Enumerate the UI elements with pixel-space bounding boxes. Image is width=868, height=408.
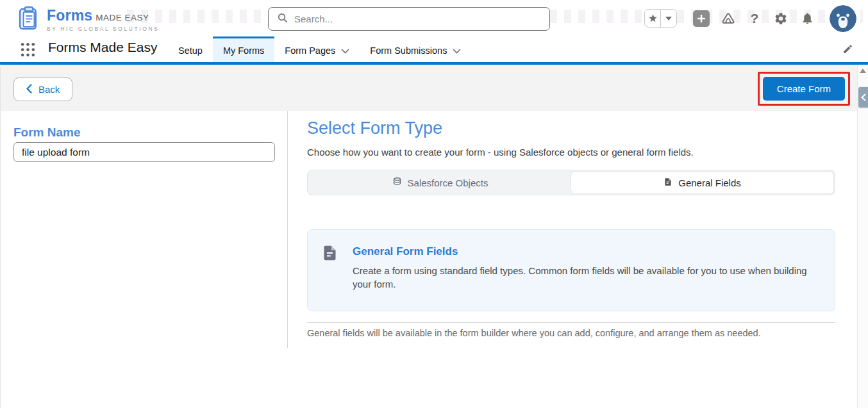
create-form-highlight-box: Create Form [758,72,850,106]
tab-my-forms-label: My Forms [223,45,264,56]
segment-salesforce-objects-label: Salesforce Objects [408,177,488,188]
general-form-fields-card[interactable]: General Form Fields Create a form using … [307,229,835,311]
page-title: Select Form Type [307,118,442,138]
search-input[interactable] [294,13,525,24]
tab-setup-label: Setup [178,45,203,56]
global-header: Forms MADE EASY BY HIC GLOBAL SOLUTIONS [0,0,868,37]
tab-form-pages-label: Form Pages [285,45,335,56]
utility-bar: ? [644,0,856,37]
scrollbar-up-arrow-icon[interactable] [860,69,866,73]
back-button-label: Back [38,84,60,95]
document-icon [321,243,338,265]
clipboard-logo-icon [17,5,41,33]
document-icon [664,177,672,189]
select-form-type-section: Select Form Type Choose how you want to … [307,111,835,408]
vertical-scrollbar[interactable] [857,65,868,408]
segment-salesforce-objects[interactable]: Salesforce Objects [309,172,571,193]
search-icon [278,13,288,26]
footer-divider [307,322,835,323]
form-name-input[interactable] [13,142,275,162]
create-form-button[interactable]: Create Form [763,77,845,101]
segment-general-fields[interactable]: General Fields [571,172,833,193]
tab-setup[interactable]: Setup [168,37,213,62]
chevron-down-icon [453,45,461,56]
notifications-bell-icon[interactable] [799,11,815,26]
guidance-center-icon[interactable] [721,11,736,26]
app-launcher-icon[interactable] [20,42,36,60]
nav-tabs: Setup My Forms Form Pages Form Submissio… [168,37,471,62]
brand-tagline: BY HIC GLOBAL SOLUTIONS [47,26,160,32]
app-title: Forms Made Easy [48,40,157,55]
dock-panel-toggle[interactable] [857,86,868,109]
panel-divider [287,111,288,348]
edit-nav-pencil-icon[interactable] [842,44,853,57]
footer-note: General fields will be available in the … [307,328,761,338]
form-wizard-body: Form Name Select Form Type Choose how yo… [1,111,857,408]
main-panel: Back Create Form Form Name Select Form T… [0,65,857,408]
page-action-header: Back Create Form [1,65,857,111]
app-nav-bar: Forms Made Easy Setup My Forms Form Page… [0,37,868,62]
tab-form-submissions[interactable]: Form Submissions [360,37,471,62]
card-title: General Form Fields [353,245,458,258]
tab-form-pages[interactable]: Form Pages [274,37,360,62]
database-icon [392,177,402,189]
chevron-down-icon [341,45,349,56]
favorites-button-group [644,9,677,28]
form-name-label: Form Name [13,126,81,140]
global-search[interactable] [268,7,550,31]
help-icon[interactable]: ? [747,11,762,26]
brand-name: Forms [47,7,92,24]
user-avatar[interactable] [830,5,856,32]
segment-general-fields-label: General Fields [678,177,741,188]
tab-form-submissions-label: Form Submissions [370,45,447,56]
chevron-left-icon [26,84,32,95]
global-add-icon[interactable] [693,10,710,27]
tab-my-forms[interactable]: My Forms [213,37,274,62]
form-type-toggle: Salesforce Objects General Fields [307,170,835,195]
brand-logo: Forms MADE EASY BY HIC GLOBAL SOLUTIONS [17,5,160,33]
brand-suffix: MADE EASY [96,13,149,22]
back-button[interactable]: Back [13,78,72,101]
page-subtitle: Choose how you want to create your form … [307,147,694,158]
favorites-star-icon[interactable] [645,10,660,27]
setup-gear-icon[interactable] [773,11,789,26]
card-description: Create a form using standard field types… [353,264,811,291]
favorites-caret-icon[interactable] [661,10,676,27]
